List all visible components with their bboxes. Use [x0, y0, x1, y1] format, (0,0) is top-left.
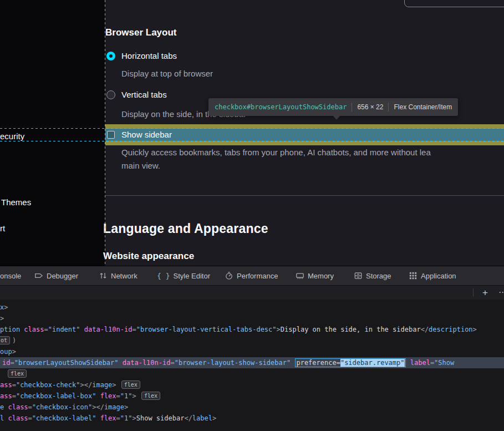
network-icon — [99, 271, 108, 280]
syntax-punct: > — [0, 315, 4, 322]
tab-style-editor-label: Style Editor — [173, 272, 210, 280]
tab-storage[interactable]: Storage — [354, 266, 391, 285]
infobar-arrow — [333, 115, 340, 120]
search-match-box: preference="sidebar.revamp" — [296, 359, 405, 367]
devtools-toolbar: onsole Debugger Network { } Style Editor… — [0, 266, 504, 285]
firefox-settings-with-devtools: { "settings": { "sidebar": { "items": [ … — [0, 0, 504, 431]
markup-line[interactable]: flex — [0, 368, 504, 379]
vertical-tabs-label[interactable]: Vertical tabs — [121, 90, 167, 99]
show-sidebar-label[interactable]: Show sidebar — [121, 130, 172, 139]
tab-console-label: onsole — [0, 272, 21, 280]
syntax-attr: ass — [0, 381, 12, 389]
application-icon — [409, 271, 418, 280]
markup-line[interactable]: ot) — [0, 335, 504, 346]
syntax-val: "checkbox-check" — [16, 381, 80, 389]
syntax-val: "browser-layout-show-sidebar" — [175, 359, 291, 367]
markup-line[interactable]: e class="checkbox-icon"></image> — [0, 402, 504, 413]
markup-line-selected[interactable]: id="browserLayoutShowSidebar" data-l10n-… — [0, 357, 504, 368]
syntax-punct: > — [277, 326, 281, 333]
memory-icon — [296, 271, 304, 280]
syntax-punct: ></ — [80, 381, 93, 389]
syntax-punct: ) — [12, 337, 16, 344]
markup-line[interactable]: > — [0, 313, 504, 324]
tab-application-label: Application — [421, 272, 456, 280]
markup-line[interactable]: ass="checkbox-check"></image> flex — [0, 379, 504, 391]
tab-performance-label: Performance — [237, 272, 278, 280]
infobar-dimensions: 656 × 22 — [357, 103, 383, 111]
overflow-menu-button[interactable]: ⋯ — [498, 286, 504, 300]
syntax-attr: data-l10n-id — [119, 359, 171, 367]
style-editor-icon: { } — [157, 272, 170, 280]
markup-badge[interactable]: flex — [141, 392, 160, 400]
vertical-tabs-radio[interactable] — [106, 90, 115, 99]
syntax-tag: ption — [0, 326, 20, 333]
tab-console[interactable]: onsole — [0, 266, 21, 285]
syntax-val: "browser-layout-vertical-tabs-desc" — [136, 326, 277, 333]
syntax-text: preference= — [296, 359, 340, 367]
syntax-punct: </ — [421, 326, 429, 333]
highlighter-infobar: checkbox#browserLayoutShowSidebar 656 × … — [208, 98, 458, 116]
performance-icon — [225, 271, 233, 280]
markup-badge[interactable]: flex — [121, 381, 140, 389]
tab-debugger[interactable]: Debugger — [34, 266, 78, 285]
markup-line[interactable]: ption class="indent" data-l10n-id="brows… — [0, 324, 504, 335]
syntax-punct: ></ — [92, 403, 104, 411]
flex-guide-vertical — [105, 0, 105, 266]
highlight-margin-overlay-bottom — [105, 141, 504, 145]
search-settings-input[interactable] — [404, 0, 504, 7]
sidebar-item-themes[interactable]: Themes — [1, 197, 31, 207]
syntax-punct: = — [132, 326, 136, 333]
horizontal-tabs-description: Display at top of browser — [121, 69, 213, 78]
syntax-val: "Show — [434, 359, 454, 367]
syntax-val: "checkbox-icon" — [32, 403, 92, 411]
browser-layout-title: Browser Layout — [105, 27, 176, 38]
horizontal-tabs-label[interactable]: Horizontal tabs — [121, 51, 177, 60]
syntax-punct: = — [28, 414, 32, 422]
markup-line[interactable]: ass="checkbox-label-box" flex="1"> flex — [0, 391, 504, 402]
show-sidebar-checkbox[interactable] — [107, 131, 115, 139]
add-node-button[interactable]: + — [477, 286, 493, 300]
settings-sidebar: ecurity Themes rt — [0, 0, 105, 266]
syntax-punct: > — [4, 303, 8, 311]
tab-memory[interactable]: Memory — [296, 266, 334, 285]
syntax-val: "1" — [120, 414, 133, 422]
syntax-val: "checkbox-label-box" — [16, 392, 96, 400]
tab-performance[interactable]: Performance — [225, 266, 278, 285]
syntax-punct: > — [124, 403, 128, 411]
tab-style-editor[interactable]: { } Style Editor — [157, 266, 210, 285]
infobar-flex-note: Flex Container/Item — [394, 103, 452, 111]
syntax-attr: label — [406, 359, 430, 367]
syntax-text — [136, 392, 140, 400]
horizontal-tabs-radio[interactable] — [106, 52, 115, 60]
markup-line[interactable]: oup> — [0, 346, 504, 357]
syntax-tag: oup — [0, 348, 12, 356]
syntax-attr: ass — [0, 392, 12, 400]
markup-badge[interactable]: flex — [8, 369, 27, 378]
syntax-attr: flex — [96, 414, 116, 422]
syntax-punct: > — [132, 414, 136, 422]
tab-network-label: Network — [111, 272, 138, 280]
sidebar-item-security[interactable]: ecurity — [0, 131, 24, 141]
syntax-val: "checkbox-label" — [32, 414, 96, 422]
syntax-attr: class — [20, 326, 44, 333]
markup-line[interactable]: l class="checkbox-label" flex="1">Show s… — [0, 413, 504, 424]
tab-network[interactable]: Network — [99, 266, 138, 285]
infobar-separator — [352, 103, 352, 111]
syntax-hl: "sidebar.revamp" — [340, 359, 405, 367]
syntax-attr: class — [4, 414, 28, 422]
syntax-attr: flex — [96, 392, 116, 400]
tab-storage-label: Storage — [366, 272, 391, 280]
syntax-attr: class — [4, 403, 28, 411]
syntax-tag: image — [92, 381, 112, 389]
syntax-text — [116, 381, 120, 389]
syntax-punct: = — [44, 326, 48, 333]
markup-lines-container: x>>ption class="indent" data-l10n-id="br… — [0, 302, 504, 424]
sidebar-item-support[interactable]: rt — [0, 224, 5, 233]
storage-icon — [354, 271, 363, 280]
toolbar-separator — [473, 288, 474, 297]
guide-horizontal-bottom — [0, 141, 504, 141]
syntax-text — [291, 359, 294, 367]
markup-line[interactable]: x> — [0, 302, 504, 313]
markup-badge[interactable]: ot — [0, 336, 10, 344]
tab-application[interactable]: Application — [409, 266, 456, 285]
